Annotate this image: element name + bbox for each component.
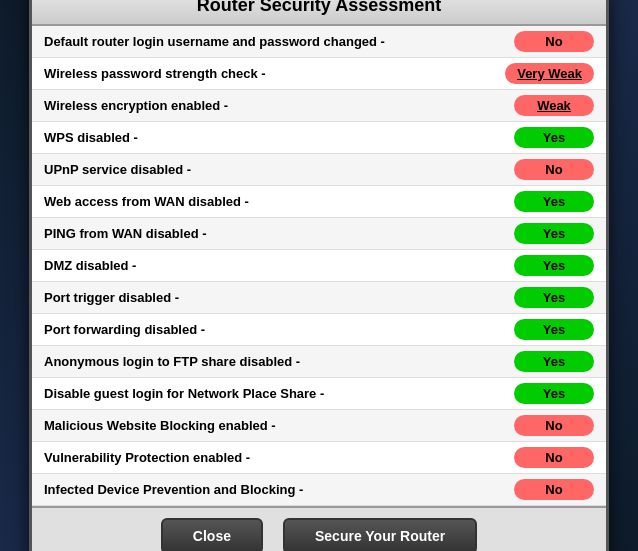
modal-title: Router Security Assessment [197, 0, 441, 15]
status-badge: No [514, 159, 594, 180]
row-label: Vulnerability Protection enabled - [44, 450, 514, 465]
status-badge: Yes [514, 319, 594, 340]
row-label: Anonymous login to FTP share disabled - [44, 354, 514, 369]
table-row: Disable guest login for Network Place Sh… [32, 378, 606, 410]
status-badge: Yes [514, 127, 594, 148]
row-label: PING from WAN disabled - [44, 226, 514, 241]
status-badge: Very Weak [505, 63, 594, 84]
row-label: Default router login username and passwo… [44, 34, 514, 49]
modal-header: Router Security Assessment [32, 0, 606, 26]
row-label: Wireless password strength check - [44, 66, 505, 81]
table-row: Vulnerability Protection enabled -No [32, 442, 606, 474]
status-badge: Yes [514, 191, 594, 212]
modal-footer: Close Secure Your Router [32, 506, 606, 551]
status-badge: Weak [514, 95, 594, 116]
row-label: Port trigger disabled - [44, 290, 514, 305]
status-badge: Yes [514, 351, 594, 372]
row-label: Malicious Website Blocking enabled - [44, 418, 514, 433]
table-row: Malicious Website Blocking enabled -No [32, 410, 606, 442]
table-row: Wireless encryption enabled -Weak [32, 90, 606, 122]
router-security-modal: Router Security Assessment Default route… [29, 0, 609, 551]
row-label: Disable guest login for Network Place Sh… [44, 386, 514, 401]
status-badge: Yes [514, 255, 594, 276]
modal-body: Default router login username and passwo… [32, 26, 606, 506]
row-label: Infected Device Prevention and Blocking … [44, 482, 514, 497]
close-button[interactable]: Close [161, 518, 263, 551]
secure-router-button[interactable]: Secure Your Router [283, 518, 477, 551]
status-badge: No [514, 447, 594, 468]
row-label: Wireless encryption enabled - [44, 98, 514, 113]
table-row: Wireless password strength check -Very W… [32, 58, 606, 90]
table-row: UPnP service disabled -No [32, 154, 606, 186]
table-row: WPS disabled -Yes [32, 122, 606, 154]
table-row: Port trigger disabled -Yes [32, 282, 606, 314]
table-row: Web access from WAN disabled -Yes [32, 186, 606, 218]
row-label: Port forwarding disabled - [44, 322, 514, 337]
row-label: UPnP service disabled - [44, 162, 514, 177]
status-badge: Yes [514, 223, 594, 244]
row-label: WPS disabled - [44, 130, 514, 145]
table-row: Infected Device Prevention and Blocking … [32, 474, 606, 506]
status-badge: No [514, 479, 594, 500]
table-row: Anonymous login to FTP share disabled -Y… [32, 346, 606, 378]
table-row: DMZ disabled -Yes [32, 250, 606, 282]
status-badge: Yes [514, 287, 594, 308]
row-label: DMZ disabled - [44, 258, 514, 273]
row-label: Web access from WAN disabled - [44, 194, 514, 209]
table-row: Port forwarding disabled -Yes [32, 314, 606, 346]
status-badge: No [514, 415, 594, 436]
status-badge: No [514, 31, 594, 52]
status-badge: Yes [514, 383, 594, 404]
table-row: Default router login username and passwo… [32, 26, 606, 58]
table-row: PING from WAN disabled -Yes [32, 218, 606, 250]
